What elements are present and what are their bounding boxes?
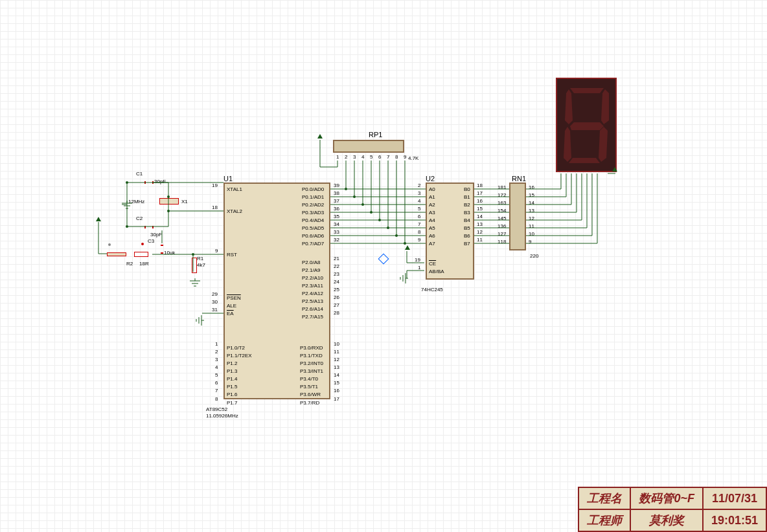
u1-p26n: 27 (334, 302, 339, 308)
u2-a2: A2 (429, 202, 435, 208)
u2-a5: A5 (429, 225, 435, 231)
u1-p26: P2.6/A14 (302, 306, 323, 312)
u1-p01: P0.1/AD1 (302, 194, 324, 200)
r1[interactable] (192, 258, 197, 273)
u1-p32n: 12 (334, 357, 339, 362)
svg-marker-5 (565, 89, 573, 124)
u1-p12n: 3 (215, 357, 218, 362)
x1[interactable] (159, 198, 179, 205)
rn1-l4: 145 (498, 216, 506, 221)
u1-p02n: 37 (334, 198, 339, 204)
u1-p27n: 28 (334, 310, 339, 316)
gnd-1 (122, 201, 132, 210)
rp1-p5: 5 (370, 154, 372, 160)
u2-abn: 1 (418, 265, 420, 271)
u1-p23: P2.3/A11 (302, 283, 323, 289)
vcc-1 (96, 217, 101, 221)
rp1-p8: 8 (395, 154, 398, 160)
probe-gray (108, 243, 111, 246)
canvas-grid[interactable] (0, 0, 767, 532)
r1-ref: R1 (197, 256, 203, 261)
u1-p05n: 34 (334, 221, 339, 227)
u1-ale: ALE (227, 303, 236, 309)
u1-p35n: 15 (334, 380, 339, 386)
u1-p21n: 22 (334, 263, 339, 269)
u1-p14n: 5 (215, 372, 218, 378)
u1-p36n: 16 (334, 388, 339, 393)
u2-ab: AB/BA (429, 269, 444, 274)
u2-b2n: 16 (477, 198, 483, 204)
r2-val: 18R (139, 261, 149, 267)
u1-ea: EA (227, 311, 234, 316)
u1-p34n: 14 (334, 372, 339, 378)
u1-p12: P1.2 (227, 360, 237, 366)
u1-p33: P3.3/INT1 (300, 368, 323, 374)
rn1-r1: 15 (529, 192, 534, 198)
rn1[interactable] (509, 183, 526, 250)
x1-ref: X1 (181, 199, 188, 205)
u2-b5: B5 (464, 225, 470, 231)
u1-p30n: 10 (334, 341, 339, 347)
rn1-l7: 118 (498, 239, 506, 245)
u2-b5n: 13 (477, 221, 483, 227)
rn1-val: 220 (530, 253, 538, 259)
u1-p02: P0.2/AD2 (302, 202, 324, 208)
eng-name: 莫利奖 (630, 509, 703, 531)
u1-pin31: 31 (212, 307, 218, 313)
c2-ref: C2 (136, 216, 143, 221)
u1-p24n: 25 (334, 287, 339, 293)
u1-ref: U1 (223, 175, 233, 183)
u1-p11: P1.1/T2EX (227, 353, 252, 359)
u1-psen: PSEN (227, 295, 241, 301)
u1-p25n: 26 (334, 294, 339, 300)
u2-b4: B4 (464, 217, 470, 223)
u1-p24: P2.4/A12 (302, 291, 323, 296)
gnd-4 (399, 273, 408, 283)
probe-red (141, 243, 144, 245)
u2-name: 74HC245 (421, 287, 443, 293)
u1-p31: P3.1/TXD (300, 353, 323, 359)
c2[interactable] (144, 226, 154, 228)
rp1-p6: 6 (378, 154, 381, 160)
u2-b6n: 12 (477, 229, 483, 235)
rp1[interactable] (333, 140, 404, 153)
u2-a6: A6 (429, 233, 435, 239)
u2-b3n: 15 (477, 206, 483, 212)
rn1-r0: 16 (529, 184, 534, 190)
u2-a1n: 3 (418, 190, 420, 196)
rp1-val: 4.7K (408, 155, 418, 161)
u1-p20: P2.0/A8 (302, 260, 320, 265)
c1-ref: C1 (136, 171, 143, 177)
u1-p11n: 2 (215, 349, 218, 355)
rn1-l0: 181 (498, 184, 506, 190)
gnd-2 (190, 278, 200, 287)
r2[interactable] (134, 252, 148, 257)
u1-p31n: 11 (334, 349, 339, 355)
u2-a3: A3 (429, 210, 435, 216)
u1-p23n: 24 (334, 279, 339, 285)
u2-b7: B7 (464, 241, 470, 247)
rn1-r3: 13 (529, 208, 534, 214)
rn1-l1: 172 (498, 192, 506, 198)
u1-name: AT89C52 (206, 406, 227, 412)
c1-val: 30pF (154, 179, 166, 184)
u2-a2n: 4 (418, 198, 420, 204)
c1[interactable] (144, 181, 154, 184)
rp1-p3: 3 (353, 154, 356, 160)
u2-b0: B0 (464, 186, 470, 192)
time: 19:01:51 (703, 509, 766, 531)
u1-pin18: 18 (212, 205, 218, 210)
r2-ref: R2 (126, 261, 133, 267)
rn1-r4: 12 (529, 216, 534, 221)
rp1-p1: 1 (336, 154, 339, 160)
svg-marker-0 (570, 88, 604, 93)
u1-p03: P0.3/AD3 (302, 210, 324, 216)
u1-p17: P1.7 (227, 400, 237, 406)
c3[interactable] (161, 245, 163, 254)
u2-a4: A4 (429, 217, 435, 223)
rp1-p4: 4 (361, 154, 364, 160)
switch[interactable] (107, 252, 126, 256)
seven-seg-display[interactable] (556, 78, 617, 172)
svg-marker-1 (601, 89, 609, 124)
u1-p04: P0.4/AD4 (302, 217, 324, 223)
